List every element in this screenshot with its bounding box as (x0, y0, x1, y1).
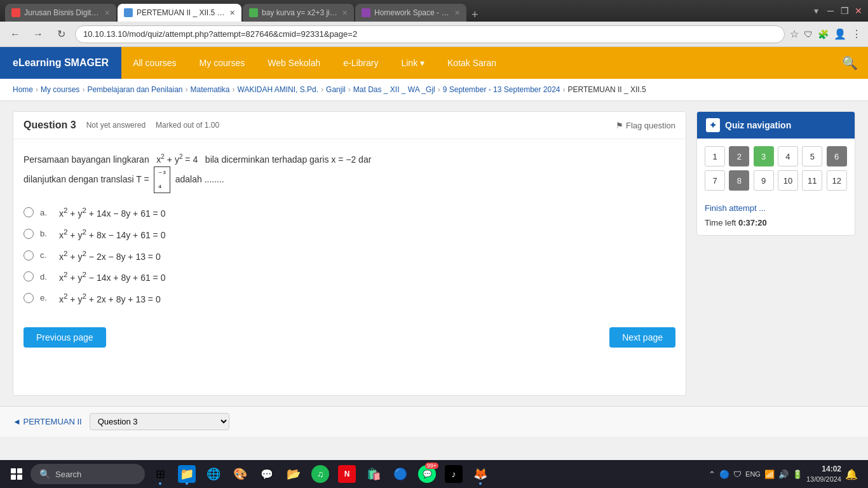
question-mark: Marked out of 1.00 (156, 121, 219, 130)
profile-icon[interactable]: 👤 (834, 28, 846, 40)
tab4-label: Homework Space - StudyX (374, 8, 451, 17)
option-d-label: d. (40, 272, 53, 281)
question-body: Persamaan bayangan lingkaran x2 + y2 = 4… (13, 139, 686, 317)
quiz-nav-title: Quiz navigation (725, 120, 791, 130)
nav-kotak-saran[interactable]: Kotak Saran (436, 47, 508, 79)
finish-attempt-section: Finish attempt ... (697, 198, 855, 215)
breadcrumb-matematika[interactable]: Matematika (190, 85, 229, 94)
top-navigation: eLearning SMAGER All courses My courses … (0, 47, 868, 79)
tab2-favicon (124, 8, 133, 17)
question-box: Question 3 Not yet answered Marked out o… (13, 111, 686, 396)
back-btn[interactable]: ← (6, 25, 24, 43)
quiz-num-7[interactable]: 7 (705, 170, 725, 191)
minimize-btn[interactable]: ─ (826, 6, 835, 15)
breadcrumb-ganjil[interactable]: Ganjil (326, 85, 346, 94)
option-e: e. x2 + y2 + 2x + 8y + 13 = 0 (24, 292, 675, 304)
option-c: c. x2 + y2 − 2x − 8y + 13 = 0 (24, 249, 675, 262)
time-left-label: Time left (705, 218, 736, 227)
tab-bar: Jurusan Bisnis Digital - Informa... ✕ PE… (5, 0, 806, 22)
prev-page-button[interactable]: Previous page (24, 327, 106, 348)
tab-4[interactable]: Homework Space - StudyX ✕ (355, 4, 466, 22)
tab2-label: PERTEMUAN II _ XII.5 (page 3 o... (137, 8, 226, 17)
tab-3[interactable]: bay kurva y= x2+3 jika dicermin... ✕ (243, 4, 354, 22)
breadcrumb-current: PERTEMUAN II _ XII.5 (568, 85, 646, 94)
nav-search-button[interactable]: 🔍 (832, 47, 868, 79)
tab1-close[interactable]: ✕ (104, 9, 110, 17)
question-header: Question 3 Not yet answered Marked out o… (13, 112, 686, 139)
tab-2[interactable]: PERTEMUAN II _ XII.5 (page 3 o... ✕ (118, 4, 241, 22)
tab1-label: Jurusan Bisnis Digital - Informa... (24, 8, 100, 17)
option-a-label: a. (40, 208, 53, 217)
tab4-favicon (362, 8, 370, 17)
option-a-radio[interactable] (24, 207, 34, 217)
option-c-radio[interactable] (24, 250, 34, 261)
option-a-text: x2 + y2 + 14x − 8y + 61 = 0 (59, 206, 165, 219)
flag-icon: ⚑ (616, 121, 623, 130)
option-b: b. x2 + y2 + 8x − 14y + 61 = 0 (24, 227, 675, 240)
bookmark-icon[interactable]: ☆ (790, 28, 799, 40)
quiz-num-11[interactable]: 11 (802, 170, 822, 191)
nav-my-courses[interactable]: My courses (188, 47, 257, 79)
new-tab-button[interactable]: + (468, 8, 482, 22)
breadcrumb-my-courses[interactable]: My courses (41, 85, 79, 94)
main-content: Question 3 Not yet answered Marked out o… (0, 101, 868, 406)
nav-link[interactable]: Link ▾ (390, 47, 436, 79)
option-e-text: x2 + y2 + 2x + 8y + 13 = 0 (59, 292, 161, 304)
jump-to-select[interactable]: Jump to... Question 1 Question 2 Questio… (90, 413, 229, 430)
forward-btn[interactable]: → (29, 25, 47, 43)
question-nav-buttons: Previous page Next page (13, 317, 686, 358)
question-text: Persamaan bayangan lingkaran x2 + y2 = 4… (24, 152, 675, 193)
option-e-label: e. (40, 293, 53, 302)
option-d-text: x2 + y2 − 14x + 8y + 61 = 0 (59, 270, 165, 283)
tab3-close[interactable]: ✕ (342, 9, 348, 17)
breadcrumb-wakidah[interactable]: WAKIDAH AMINI, S.Pd. (238, 85, 319, 94)
quiz-num-5[interactable]: 5 (802, 146, 822, 166)
extensions-icon[interactable]: 🧩 (818, 29, 829, 39)
breadcrumb-date[interactable]: 9 September - 13 September 2024 (443, 85, 560, 94)
option-b-text: x2 + y2 + 8x − 14y + 61 = 0 (59, 227, 165, 240)
nav-elibrary[interactable]: e-Library (332, 47, 390, 79)
options-list: a. x2 + y2 + 14x − 8y + 61 = 0 b. x2 + y… (24, 206, 675, 304)
nav-web-sekolah[interactable]: Web Sekolah (256, 47, 332, 79)
flag-question-button[interactable]: ⚑ Flag question (616, 121, 675, 130)
url-input[interactable] (75, 25, 785, 43)
browser-titlebar: Jurusan Bisnis Digital - Informa... ✕ PE… (0, 0, 868, 22)
option-b-radio[interactable] (24, 229, 34, 239)
option-b-label: b. (40, 229, 53, 238)
quiz-num-10[interactable]: 10 (778, 170, 798, 191)
breadcrumb-home[interactable]: Home (13, 85, 33, 94)
more-tabs-btn[interactable]: ▾ (814, 6, 818, 16)
quiz-num-8[interactable]: 8 (729, 170, 749, 191)
breadcrumb: Home › My courses › Pembelajaran dan Pen… (0, 79, 868, 101)
tab-1[interactable]: Jurusan Bisnis Digital - Informa... ✕ (5, 4, 116, 22)
quiz-num-6[interactable]: 6 (827, 146, 847, 166)
quiz-num-12[interactable]: 12 (827, 170, 847, 191)
back-pertemuan-link[interactable]: ◄ PERTEMUAN II (13, 417, 82, 426)
option-d-radio[interactable] (24, 271, 34, 281)
menu-icon[interactable]: ⋮ (851, 28, 862, 40)
address-bar: ← → ↻ ☆ 🛡 🧩 👤 ⋮ (0, 22, 868, 47)
close-btn[interactable]: ✕ (854, 6, 863, 15)
next-page-button[interactable]: Next page (609, 327, 675, 348)
option-e-radio[interactable] (24, 293, 34, 303)
option-c-label: c. (40, 250, 53, 260)
quiz-num-3[interactable]: 3 (754, 146, 774, 166)
shield-icon: 🛡 (804, 29, 813, 39)
bottom-navigation: ◄ PERTEMUAN II Jump to... Question 1 Que… (0, 406, 868, 437)
time-left-value: 0:37:20 (738, 218, 767, 227)
quiz-num-9[interactable]: 9 (754, 170, 774, 191)
quiz-navigation-sidebar: ✦ Quiz navigation 1 2 3 4 5 6 7 8 9 10 1… (696, 111, 855, 396)
breadcrumb-matdas[interactable]: Mat Das _ XII _ WA _Gjl (353, 85, 435, 94)
reload-btn[interactable]: ↻ (52, 25, 70, 43)
quiz-num-1[interactable]: 1 (705, 146, 725, 166)
site-logo: eLearning SMAGER (0, 47, 121, 79)
tab2-close[interactable]: ✕ (229, 9, 235, 17)
quiz-num-2[interactable]: 2 (729, 146, 749, 166)
breadcrumb-pembelajaran[interactable]: Pembelajaran dan Penilaian (87, 85, 182, 94)
nav-all-courses[interactable]: All courses (121, 47, 187, 79)
finish-attempt-link[interactable]: Finish attempt ... (705, 203, 766, 213)
quiz-nav-box: ✦ Quiz navigation 1 2 3 4 5 6 7 8 9 10 1… (696, 111, 855, 236)
tab4-close[interactable]: ✕ (454, 9, 460, 17)
maximize-btn[interactable]: ❒ (840, 6, 849, 15)
quiz-num-4[interactable]: 4 (778, 146, 798, 166)
